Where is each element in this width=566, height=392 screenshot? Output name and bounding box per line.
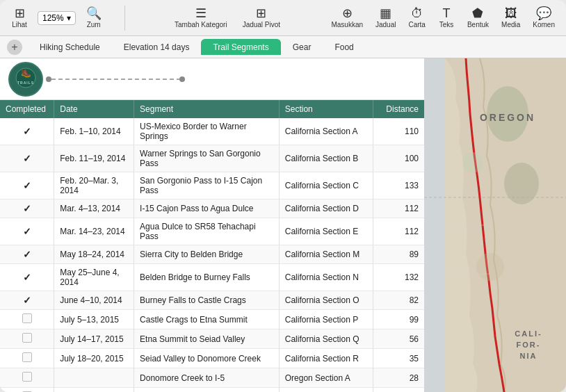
cell-date: Feb. 20–Mar. 3, 2014 <box>54 172 134 199</box>
svg-point-9 <box>504 163 539 204</box>
table-icon: ▦ <box>380 7 391 19</box>
cell-distance: 132 <box>373 264 424 291</box>
cell-completed[interactable] <box>0 310 54 329</box>
cell-date: May 25–June 4, 2014 <box>54 264 134 291</box>
sheet-panel: 🥾 TRAILS Completed Date Segment <box>0 58 424 392</box>
svg-point-16 <box>462 152 483 173</box>
shape-icon: ⬟ <box>472 7 483 19</box>
cell-completed[interactable]: ✓ <box>0 172 54 199</box>
cell-segment: Belden Bridge to Burney Falls <box>134 264 280 291</box>
cell-distance: 112 <box>373 199 424 218</box>
table-button[interactable]: ▦ Jadual <box>371 4 400 31</box>
table-row: ✓Feb. 1–10, 2014US-Mexico Border to Warn… <box>0 118 424 145</box>
cell-completed[interactable]: ✓ <box>0 291 54 310</box>
tab-trail[interactable]: Trail Segments <box>201 39 280 55</box>
cell-distance: 35 <box>373 349 424 368</box>
text-icon: T <box>442 7 450 19</box>
table-row: July 14–17, 2015Etna Summit to Seiad Val… <box>0 329 424 349</box>
tab-elevation[interactable]: Elevation 14 days <box>112 39 202 55</box>
cell-section: California Section P <box>279 310 373 329</box>
cell-distance: 82 <box>373 291 424 310</box>
cell-distance: 56 <box>373 329 424 349</box>
cell-distance: 112 <box>373 218 424 245</box>
cell-date: Feb. 11–19, 2014 <box>54 145 134 172</box>
add-tab-button[interactable]: + <box>7 40 22 55</box>
svg-point-5 <box>179 76 185 82</box>
comment-icon: 💬 <box>536 7 551 19</box>
table-row: ✓May 25–June 4, 2014Belden Bridge to Bur… <box>0 264 424 291</box>
table-row: July 18–20, 2015Seiad Valley to Donomore… <box>0 349 424 368</box>
tabs-bar: + Hiking Schedule Elevation 14 days Trai… <box>0 36 566 58</box>
cell-date: July 14–17, 2015 <box>54 329 134 349</box>
toolbar-right: ⊕ Masukkan ▦ Jadual ⏱ Carta T Teks ⬟ Ben… <box>327 4 559 31</box>
cell-segment: I-5 to Highway 140 <box>134 388 280 393</box>
logo-area: 🥾 TRAILS <box>0 58 424 100</box>
text-button[interactable]: T Teks <box>434 4 459 31</box>
cell-completed[interactable]: ✓ <box>0 118 54 145</box>
view-button[interactable]: ⊞ Lihat <box>7 4 32 31</box>
trail-table: Completed Date Segment Section Distance … <box>0 100 424 392</box>
add-category-button[interactable]: ☰ Tambah Kategori <box>170 4 232 31</box>
comment-button[interactable]: 💬 Komen <box>528 4 559 31</box>
table-container[interactable]: Completed Date Segment Section Distance … <box>0 100 424 392</box>
cell-completed[interactable] <box>0 329 54 349</box>
cell-completed[interactable]: ✓ <box>0 264 54 291</box>
cell-completed[interactable] <box>0 368 54 388</box>
zoom-button[interactable]: 🔍 Zum <box>81 4 106 31</box>
cell-distance: 28 <box>373 368 424 388</box>
pivot-icon: ⊞ <box>256 7 266 19</box>
cell-section: California Section Q <box>279 329 373 349</box>
cell-distance: 100 <box>373 145 424 172</box>
cell-section: California Section A <box>279 118 373 145</box>
cell-section: California Section C <box>279 172 373 199</box>
table-row: Donomore Creek to I-5Oregon Section A28 <box>0 368 424 388</box>
tab-hiking[interactable]: Hiking Schedule <box>28 39 112 55</box>
cell-segment: Etna Summit to Seiad Valley <box>134 329 280 349</box>
col-header-date: Date <box>54 100 134 118</box>
cell-date <box>54 388 134 393</box>
table-row: ✓Mar. 4–13, 2014I-15 Cajon Pass to Agua … <box>0 199 424 218</box>
cell-distance: 89 <box>373 245 424 264</box>
toolbar: ⊞ Lihat 125% ▾ 🔍 Zum ☰ Tambah Kategori ⊞… <box>0 0 566 36</box>
cell-segment: San Gorgonio Pass to I-15 Cajon Pass <box>134 172 280 199</box>
trail-logo-svg: 🥾 TRAILS <box>15 67 36 88</box>
media-icon: 🖼 <box>505 7 517 19</box>
cell-distance: 55 <box>373 388 424 393</box>
insert-button[interactable]: ⊕ Masukkan <box>327 4 367 31</box>
pivot-button[interactable]: ⊞ Jadual Pivot <box>238 4 284 31</box>
tab-food[interactable]: Food <box>323 39 365 55</box>
cell-date: Mar. 14–23, 2014 <box>54 218 134 245</box>
col-header-distance: Distance <box>373 100 424 118</box>
svg-text:🥾: 🥾 <box>21 67 31 78</box>
cell-distance: 133 <box>373 172 424 199</box>
tab-gear[interactable]: Gear <box>281 39 323 55</box>
zoom-control[interactable]: 125% ▾ <box>38 11 76 25</box>
cell-segment: I-15 Cajon Pass to Agua Dulce <box>134 199 280 218</box>
cell-completed[interactable]: ✓ <box>0 199 54 218</box>
cell-segment: Agua Dulce to SR58 Tehachapi Pass <box>134 218 280 245</box>
cell-completed[interactable]: ✓ <box>0 145 54 172</box>
logo: 🥾 TRAILS <box>8 62 43 97</box>
col-header-completed: Completed <box>0 100 54 118</box>
shape-button[interactable]: ⬟ Bentuk <box>463 4 493 31</box>
table-row: ✓Feb. 20–Mar. 3, 2014San Gorgonio Pass t… <box>0 172 424 199</box>
cell-segment: Burney Falls to Castle Crags <box>134 291 280 310</box>
table-header-row: Completed Date Segment Section Distance <box>0 100 424 118</box>
toolbar-center: ☰ Tambah Kategori ⊞ Jadual Pivot <box>132 4 323 31</box>
cell-completed[interactable]: ✓ <box>0 218 54 245</box>
chevron-down-icon: ▾ <box>67 13 71 23</box>
cell-date: May 18–24, 2014 <box>54 245 134 264</box>
cell-completed[interactable] <box>0 349 54 368</box>
view-icon: ⊞ <box>15 7 25 19</box>
map-svg: OREGON CALI- FOR- NIA <box>424 58 566 392</box>
chart-button[interactable]: ⏱ Carta <box>404 4 429 31</box>
media-button[interactable]: 🖼 Media <box>497 4 524 31</box>
cell-section: California Section D <box>279 199 373 218</box>
table-row: ✓Mar. 14–23, 2014Agua Dulce to SR58 Teha… <box>0 218 424 245</box>
svg-text:OREGON: OREGON <box>480 112 535 123</box>
col-header-segment: Segment <box>134 100 280 118</box>
map-panel: OREGON CALI- FOR- NIA <box>424 58 566 392</box>
cell-date: July 5–13, 2015 <box>54 310 134 329</box>
cell-completed[interactable] <box>0 388 54 393</box>
cell-completed[interactable]: ✓ <box>0 245 54 264</box>
